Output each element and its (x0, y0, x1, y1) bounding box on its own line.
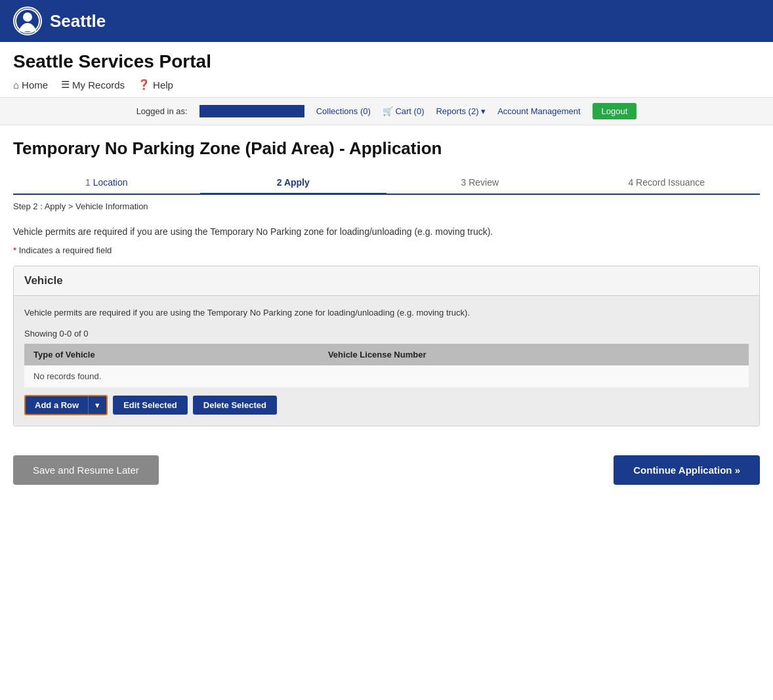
step-review: 3 Review (386, 171, 574, 194)
no-records-cell: No records found. (24, 365, 749, 387)
user-name-field (199, 105, 304, 117)
help-icon: ❓ (138, 79, 150, 91)
top-header: Seattle (0, 0, 773, 42)
vehicle-note: Vehicle permits are required if you are … (24, 306, 749, 319)
col-license-number: Vehicle License Number (319, 344, 749, 365)
info-text: Vehicle permits are required if you are … (13, 224, 760, 239)
my-records-link[interactable]: ☰ My Records (61, 79, 125, 91)
step-1-number: 1 (85, 177, 93, 188)
reports-link[interactable]: Reports (2) ▾ (436, 106, 486, 116)
footer-buttons: Save and Resume Later Continue Applicati… (13, 442, 760, 491)
table-row-empty: No records found. (24, 365, 749, 387)
collections-link[interactable]: Collections (0) (316, 106, 371, 116)
step-review-label: Review (469, 177, 499, 188)
reports-dropdown-icon: ▾ (481, 106, 486, 116)
col-vehicle-type: Type of Vehicle (24, 344, 319, 365)
dropdown-arrow-icon: ▾ (95, 400, 100, 410)
home-label: Home (22, 79, 48, 91)
portal-title: Seattle Services Portal (0, 42, 773, 75)
home-link[interactable]: ⌂ Home (13, 79, 48, 91)
vehicle-table: Type of Vehicle Vehicle License Number N… (24, 344, 749, 387)
step-record-issuance-label: Record Issuance (636, 177, 705, 188)
step-location-link[interactable]: Location (93, 177, 128, 188)
add-row-wrapper: Add a Row ▾ (24, 395, 108, 415)
edit-selected-button[interactable]: Edit Selected (113, 396, 188, 415)
add-row-dropdown-button[interactable]: ▾ (88, 396, 106, 414)
step-3-number: 3 (461, 177, 469, 188)
records-icon: ☰ (61, 79, 70, 91)
delete-selected-button[interactable]: Delete Selected (193, 396, 277, 415)
table-header: Type of Vehicle Vehicle License Number (24, 344, 749, 365)
progress-steps: 1 Location 2 Apply 3 Review 4 Record Iss… (13, 171, 760, 195)
city-logo (13, 7, 42, 35)
add-row-button[interactable]: Add a Row (26, 396, 88, 414)
table-actions: Add a Row ▾ Edit Selected Delete Selecte… (24, 395, 749, 415)
vehicle-section-header: Vehicle (14, 266, 759, 296)
home-icon: ⌂ (13, 79, 19, 91)
required-note: * Indicates a required field (13, 245, 760, 255)
reports-label: Reports (2) (436, 106, 478, 116)
step-2-number: 2 (277, 177, 284, 188)
step-record-issuance: 4 Record Issuance (574, 171, 761, 194)
logged-in-label: Logged in as: (136, 106, 188, 116)
my-records-label: My Records (72, 79, 125, 91)
step-4-number: 4 (628, 177, 636, 188)
cart-label: Cart (0) (395, 106, 424, 116)
city-name: Seattle (50, 11, 106, 31)
utility-bar: Logged in as: Collections (0) 🛒 Cart (0)… (0, 98, 773, 125)
logout-button[interactable]: Logout (593, 103, 637, 119)
cart-icon: 🛒 (383, 106, 393, 116)
help-link[interactable]: ❓ Help (138, 79, 173, 91)
required-note-text: Indicates a required field (19, 245, 112, 255)
save-resume-later-button[interactable]: Save and Resume Later (13, 455, 159, 485)
table-body: No records found. (24, 365, 749, 387)
step-apply: 2 Apply (200, 171, 387, 195)
showing-label: Showing 0-0 of 0 (24, 329, 749, 339)
required-star: * (13, 245, 16, 255)
breadcrumb: Step 2 : Apply > Vehicle Information (13, 201, 760, 211)
cart-link[interactable]: 🛒 Cart (0) (383, 106, 425, 116)
main-content: Temporary No Parking Zone (Paid Area) - … (0, 125, 773, 504)
main-nav: ⌂ Home ☰ My Records ❓ Help (0, 75, 773, 98)
page-title: Temporary No Parking Zone (Paid Area) - … (13, 138, 760, 159)
help-label: Help (153, 79, 173, 91)
account-management-link[interactable]: Account Management (497, 106, 580, 116)
vehicle-section-body: Vehicle permits are required if you are … (14, 296, 759, 426)
continue-application-button[interactable]: Continue Application » (614, 455, 760, 485)
step-location: 1 Location (13, 171, 200, 194)
svg-point-1 (23, 12, 32, 22)
step-apply-label: Apply (284, 177, 310, 188)
vehicle-section: Vehicle Vehicle permits are required if … (13, 266, 760, 426)
